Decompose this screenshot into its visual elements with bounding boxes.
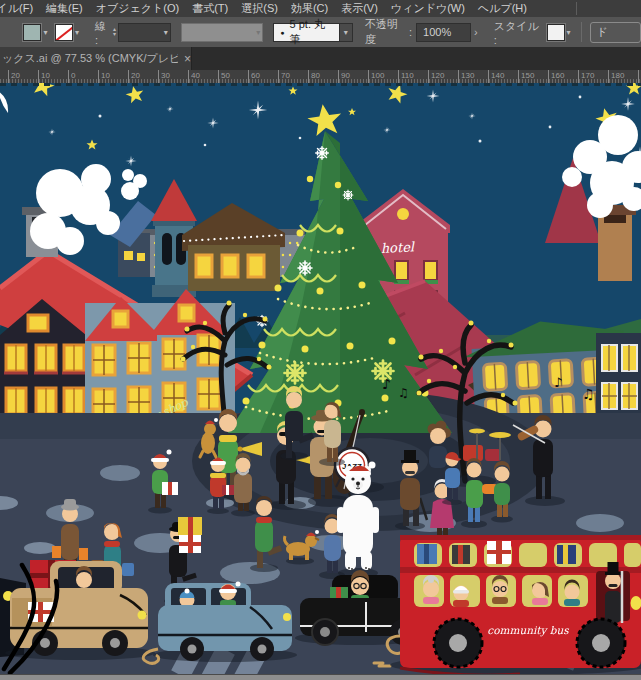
stroke-weight-stepper[interactable]: ▴▾ <box>113 27 116 37</box>
menu-item-type[interactable]: 書式(T) <box>192 1 228 16</box>
svg-text:♫: ♫ <box>398 386 409 400</box>
brush-dot-icon: ● <box>280 29 284 36</box>
community-bus: community bus <box>390 535 641 674</box>
stroke-chevron-icon[interactable]: ▾ <box>75 28 79 37</box>
opacity-link[interactable]: 不透明度 <box>365 17 406 48</box>
document-title: ックス.ai @ 77.53 % (CMYK/プレビュー) <box>2 51 178 66</box>
fill-color-swatch[interactable] <box>23 24 41 41</box>
menu-item-effect[interactable]: 効果(C) <box>291 1 328 16</box>
menu-item-object[interactable]: オブジェクト(O) <box>96 1 179 16</box>
fill-chevron-icon[interactable]: ▾ <box>43 28 47 37</box>
artwork-canvas[interactable]: hotel y shop <box>0 83 641 674</box>
menu-item-view[interactable]: 表示(V) <box>341 1 378 16</box>
brush-name: 5 pt. 丸筆 <box>290 17 333 47</box>
variable-width-combo[interactable]: ▾ <box>181 23 264 42</box>
menu-item-select[interactable]: 選択(S) <box>241 1 278 16</box>
control-bar: ▾ ▾ 線 : ▴▾ ▾ ▾ ● 5 pt. 丸筆 ▾ 不透明度 : 100% … <box>0 17 641 48</box>
horizontal-ruler: 20 10 0 10 20 30 40 50 60 70 80 90 100 1… <box>0 70 641 84</box>
style-chevron-icon[interactable]: ▾ <box>567 28 571 37</box>
brush-definition-combo[interactable]: ● 5 pt. 丸筆 <box>273 23 339 42</box>
svg-text:♫: ♫ <box>582 386 595 402</box>
document-tab[interactable]: ックス.ai @ 77.53 % (CMYK/プレビュー) × <box>0 47 192 70</box>
menu-item-edit[interactable]: 編集(E) <box>46 1 83 16</box>
menu-separator <box>576 2 577 15</box>
menu-item-window[interactable]: ウィンドウ(W) <box>391 1 465 16</box>
illustration: hotel y shop <box>0 83 641 674</box>
bus-sign: community bus <box>487 624 569 637</box>
opacity-arrow-icon[interactable]: › <box>474 26 478 38</box>
document-setup-button-partial[interactable]: ド <box>590 22 641 43</box>
stroke-weight-label: 線 : <box>95 19 111 46</box>
document-tab-bar: ックス.ai @ 77.53 % (CMYK/プレビュー) × <box>0 47 641 70</box>
tab-close-icon[interactable]: × <box>184 52 191 66</box>
style-label: スタイル : <box>494 19 542 46</box>
brush-chevron-button[interactable]: ▾ <box>340 23 353 42</box>
style-swatch[interactable] <box>547 24 565 41</box>
svg-text:♪: ♪ <box>382 376 391 392</box>
control-separator <box>581 22 582 42</box>
status-bar <box>0 674 641 680</box>
opacity-value-field[interactable]: 100% <box>416 23 471 42</box>
menu-bar: ファイル(F) 編集(E) オブジェクト(O) 書式(T) 選択(S) 効果(C… <box>0 0 641 17</box>
menu-item-help[interactable]: ヘルプ(H) <box>478 1 527 16</box>
hotel-sign: hotel <box>380 239 416 256</box>
svg-text:♪: ♪ <box>554 375 562 390</box>
stroke-color-swatch[interactable] <box>55 24 73 41</box>
menu-item-file[interactable]: ファイル(F) <box>0 1 33 16</box>
stroke-weight-chevron-icon[interactable]: ▾ <box>164 28 168 37</box>
stroke-weight-combo[interactable]: ▾ <box>118 23 171 42</box>
